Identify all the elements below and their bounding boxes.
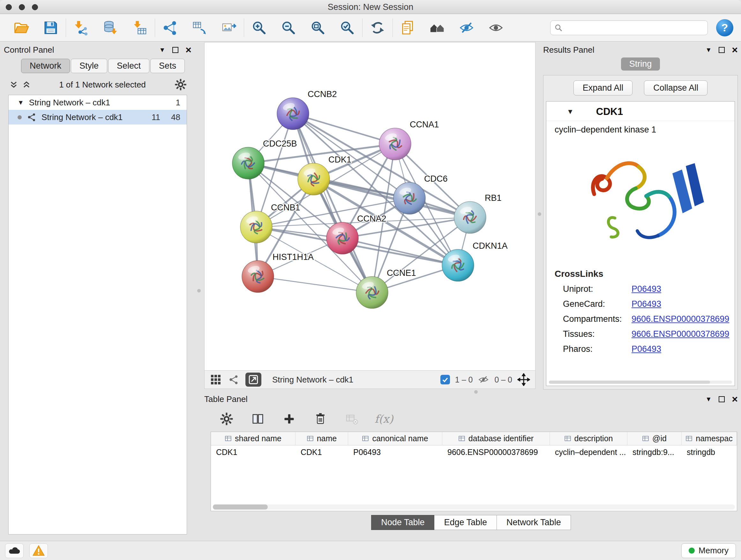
network-options-gear-icon[interactable] [174, 78, 187, 91]
compartments-link[interactable]: 9606.ENSP00000378699 [631, 314, 729, 324]
genecard-link[interactable]: P06493 [631, 299, 661, 309]
float-table-icon[interactable] [719, 396, 725, 402]
network-node-CCNA1[interactable] [379, 128, 411, 160]
selected-nodes-checkbox-icon[interactable] [441, 375, 450, 384]
collapse-panel-icon[interactable]: ▼ [159, 46, 165, 54]
tab-node-table[interactable]: Node Table [371, 515, 434, 530]
cell-shared-name[interactable]: CDK1 [211, 445, 295, 459]
detach-view-button[interactable] [246, 373, 261, 387]
right-splitter-handle[interactable] [538, 212, 541, 216]
collapse-results-icon[interactable]: ▼ [705, 46, 712, 54]
uniprot-link[interactable]: P06493 [631, 284, 661, 294]
cell-id[interactable]: stringdb:9... [627, 445, 682, 459]
add-column-icon[interactable] [281, 411, 297, 427]
toolbar-search[interactable] [550, 20, 708, 35]
network-view-glyph-icon[interactable] [228, 374, 239, 385]
zoom-selected-icon[interactable] [339, 19, 356, 37]
results-scrollbar[interactable] [549, 381, 732, 384]
cell-name[interactable]: CDK1 [295, 445, 348, 459]
network-node-CCNE1[interactable] [356, 276, 388, 308]
cell-description[interactable]: cyclin–dependent ... [550, 445, 627, 459]
import-network-file-icon[interactable] [72, 19, 90, 37]
column-header-shared-name[interactable]: shared name [211, 432, 295, 445]
import-network-database-icon[interactable] [102, 19, 119, 37]
network-node-HIST1H1A[interactable] [242, 260, 274, 293]
string-results-tab[interactable]: String [621, 57, 660, 71]
tab-select[interactable]: Select [108, 59, 149, 73]
close-panel-icon[interactable]: × [185, 47, 192, 53]
network-node-CDC25B[interactable] [232, 147, 264, 179]
tab-network-table[interactable]: Network Table [497, 515, 571, 530]
network-node-CDKN1A[interactable] [442, 249, 474, 281]
column-header-id[interactable]: @id [627, 432, 682, 445]
help-button[interactable]: ? [716, 19, 733, 37]
tissues-link[interactable]: 9606.ENSP00000378699 [631, 329, 729, 339]
tab-edge-table[interactable]: Edge Table [434, 515, 497, 530]
pan-crosshair-icon[interactable] [517, 373, 530, 386]
delete-column-trash-icon[interactable] [312, 411, 329, 427]
tab-network[interactable]: Network [21, 59, 70, 73]
column-header-canonical-name[interactable]: canonical name [348, 432, 442, 445]
pharos-link[interactable]: P06493 [631, 344, 661, 354]
table-settings-gear-icon[interactable] [218, 411, 235, 427]
open-session-icon[interactable] [13, 19, 30, 37]
birds-eye-view-icon[interactable] [428, 19, 446, 37]
memory-button[interactable]: Memory [681, 543, 736, 558]
float-panel-icon[interactable] [172, 47, 179, 53]
show-columns-icon[interactable] [250, 411, 266, 427]
column-header-description[interactable]: description [550, 432, 627, 445]
search-input[interactable] [566, 23, 704, 33]
new-network-from-selection-icon[interactable] [191, 19, 208, 37]
close-window-button[interactable] [6, 4, 12, 10]
network-row[interactable]: String Network – cdk1 11 48 [9, 110, 187, 125]
left-splitter-handle[interactable] [197, 289, 201, 293]
import-table-icon[interactable] [131, 19, 148, 37]
network-node-CCNB1[interactable] [240, 211, 272, 243]
close-table-icon[interactable]: × [732, 396, 738, 402]
protein-expander-icon[interactable]: ▼ [567, 108, 574, 116]
tree-expander-icon[interactable]: ▼ [17, 99, 24, 106]
zoom-window-button[interactable] [32, 4, 38, 10]
float-results-icon[interactable] [719, 47, 725, 53]
close-results-icon[interactable]: × [732, 47, 738, 53]
network-node-CDC6[interactable] [394, 182, 425, 214]
cell-database-identifier[interactable]: 9606.ENSP00000378699 [442, 445, 550, 459]
minimize-window-button[interactable] [19, 4, 25, 10]
cell-namespace[interactable]: stringdb [682, 445, 737, 459]
save-session-icon[interactable] [42, 19, 59, 37]
column-header-name[interactable]: name [295, 432, 348, 445]
table-row[interactable]: CDK1 CDK1 P06493 9606.ENSP00000378699 cy… [211, 445, 737, 459]
show-details-icon[interactable] [487, 19, 504, 37]
cloud-services-button[interactable] [5, 543, 23, 558]
hidden-eye-icon[interactable] [478, 374, 489, 385]
apply-layout-refresh-icon[interactable] [369, 19, 386, 37]
expand-all-networks-icon[interactable] [10, 80, 18, 89]
tab-style[interactable]: Style [71, 59, 107, 73]
clone-network-icon[interactable] [161, 19, 179, 37]
zoom-out-icon[interactable] [280, 19, 297, 37]
column-header-namespace[interactable]: namespac [682, 432, 737, 445]
collapse-table-icon[interactable]: ▼ [705, 395, 712, 403]
zoom-fit-icon[interactable] [309, 19, 327, 37]
network-collection-row[interactable]: ▼ String Network – cdk1 1 [9, 95, 187, 110]
network-canvas[interactable]: CCNB2CCNA1CDC25BCDK1CDC6RB1CCNB1CCNA2CDK… [205, 43, 535, 370]
cell-canonical-name[interactable]: P06493 [348, 445, 442, 459]
column-header-database-identifier[interactable]: database identifier [442, 432, 550, 445]
table-horizontal-scrollbar[interactable] [213, 504, 735, 509]
warnings-button[interactable] [29, 543, 48, 558]
expand-all-button[interactable]: Expand All [574, 80, 633, 96]
network-edge[interactable] [258, 276, 372, 293]
network-node-CCNA2[interactable] [327, 222, 358, 254]
network-edge[interactable] [293, 114, 372, 293]
network-node-RB1[interactable] [454, 201, 486, 233]
network-node-CDK1[interactable] [298, 163, 330, 195]
tab-sets[interactable]: Sets [150, 59, 185, 73]
grid-view-icon[interactable] [210, 374, 222, 386]
zoom-in-icon[interactable] [251, 19, 268, 37]
collapse-all-networks-icon[interactable] [22, 80, 30, 89]
network-node-CCNB2[interactable] [277, 98, 309, 130]
copy-document-icon[interactable] [399, 19, 416, 37]
collapse-all-button[interactable]: Collapse All [644, 80, 708, 96]
export-image-icon[interactable] [220, 19, 238, 37]
hide-details-icon[interactable] [458, 19, 475, 37]
